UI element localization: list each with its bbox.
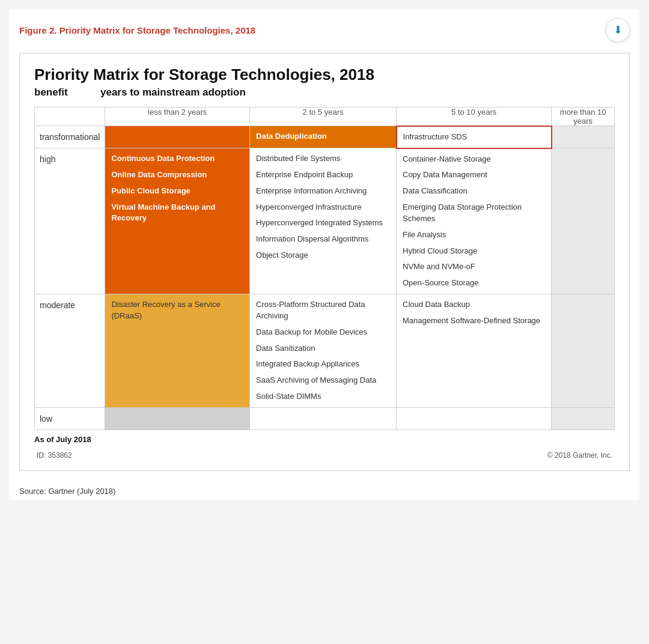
matrix-cell-transformational-col2: Infrastructure SDS — [397, 126, 552, 148]
cell-item: Information Dispersal Algorithms — [256, 234, 390, 245]
cell-item: Cross-Platform Structured Data Archiving — [256, 299, 390, 322]
cell-item: Distributed File Systems — [256, 153, 390, 165]
source-line: Source: Gartner (July 2018) — [10, 481, 639, 500]
cell-item: Enterprise Information Archiving — [256, 186, 390, 197]
cell-item: Management Software-Defined Storage — [403, 315, 545, 327]
matrix-cell-moderate-col2: Cloud Data BackupManagement Software-Def… — [397, 294, 552, 408]
cell-item: Object Storage — [256, 250, 390, 261]
footer-copyright: © 2018 Gartner, Inc. — [547, 451, 612, 460]
matrix-cell-transformational-col0 — [105, 126, 250, 148]
matrix-cell-high-col1: Distributed File SystemsEnterprise Endpo… — [250, 148, 397, 294]
cell-item: Infrastructure SDS — [403, 132, 545, 143]
row-header-high: high — [35, 148, 105, 294]
cell-item: Emerging Data Storage Protection Schemes — [403, 202, 545, 225]
axis-labels-row: benefit years to mainstream adoption — [34, 87, 615, 99]
cell-item: Online Data Compression — [111, 169, 243, 181]
matrix-cell-transformational-col1: Data Deduplication — [250, 126, 397, 148]
cell-item: Solid-State DIMMs — [256, 391, 390, 402]
matrix-cell-high-col3 — [552, 148, 615, 294]
cell-item: Data Sanitization — [256, 343, 390, 354]
cell-item: Hyperconverged Integrated Systems — [256, 217, 390, 229]
footer-id: ID: 353862 — [37, 451, 72, 460]
matrix-table: less than 2 years 2 to 5 years 5 to 10 y… — [34, 107, 615, 430]
row-header-moderate: moderate — [35, 294, 105, 408]
col-header-2to5: 2 to 5 years — [250, 108, 397, 126]
row-header-low: low — [35, 408, 105, 430]
cell-item: Container-Native Storage — [403, 154, 545, 165]
cell-item: SaaS Archiving of Messaging Data — [256, 375, 390, 386]
cell-item: Open-Source Storage — [403, 278, 545, 289]
cell-item: Disaster Recovery as a Service (DRaaS) — [111, 299, 243, 322]
cell-item: Hybrid Cloud Storage — [403, 246, 545, 257]
cell-item: Data Backup for Mobile Devices — [256, 327, 390, 338]
cell-item: Data Deduplication — [256, 131, 389, 142]
col-header-lt2: less than 2 years — [105, 108, 250, 126]
cell-item: Continuous Data Protection — [111, 153, 243, 165]
cell-item: Cloud Data Backup — [403, 299, 545, 311]
axis-x-label: years to mainstream adoption — [100, 87, 246, 99]
matrix-cell-low-col2 — [397, 408, 552, 430]
figure-title: Figure 2. Priority Matrix for Storage Te… — [19, 25, 255, 35]
top-bar: Figure 2. Priority Matrix for Storage Te… — [10, 10, 639, 48]
download-icon: ⬇ — [614, 23, 623, 37]
axis-y-label: benefit — [34, 87, 100, 99]
cell-item: Copy Data Management — [403, 169, 545, 181]
as-of-note: As of July 2018 — [34, 430, 615, 446]
row-header-transformational: transformational — [35, 126, 105, 148]
col-header-empty — [35, 108, 105, 126]
matrix-cell-high-col0: Continuous Data ProtectionOnline Data Co… — [105, 148, 250, 294]
cell-item: NVMe and NVMe-oF — [403, 261, 545, 273]
footer-row: ID: 353862 © 2018 Gartner, Inc. — [34, 446, 615, 461]
download-button[interactable]: ⬇ — [606, 18, 630, 42]
matrix-cell-transformational-col3 — [552, 126, 615, 148]
cell-item: Public Cloud Storage — [111, 186, 243, 197]
matrix-cell-low-col1 — [250, 408, 397, 430]
col-header-gt10: more than 10 years — [552, 108, 615, 126]
matrix-cell-moderate-col0: Disaster Recovery as a Service (DRaaS) — [105, 294, 250, 408]
matrix-cell-moderate-col1: Cross-Platform Structured Data Archiving… — [250, 294, 397, 408]
col-header-5to10: 5 to 10 years — [397, 108, 552, 126]
cell-item: Integrated Backup Appliances — [256, 359, 390, 370]
matrix-cell-low-col0 — [105, 408, 250, 430]
page-wrapper: Figure 2. Priority Matrix for Storage Te… — [10, 10, 639, 500]
cell-item: Enterprise Endpoint Backup — [256, 169, 390, 181]
chart-container: Priority Matrix for Storage Technologies… — [19, 53, 630, 471]
cell-item: Data Classification — [403, 186, 545, 197]
cell-item: Virtual Machine Backup and Recovery — [111, 202, 243, 225]
cell-item: File Analysis — [403, 229, 545, 241]
cell-item: Hyperconverged Infrastructure — [256, 202, 390, 213]
matrix-cell-high-col2: Container-Native StorageCopy Data Manage… — [397, 148, 552, 294]
matrix-cell-low-col3 — [552, 408, 615, 430]
chart-title: Priority Matrix for Storage Technologies… — [34, 65, 615, 84]
matrix-cell-moderate-col3 — [552, 294, 615, 408]
